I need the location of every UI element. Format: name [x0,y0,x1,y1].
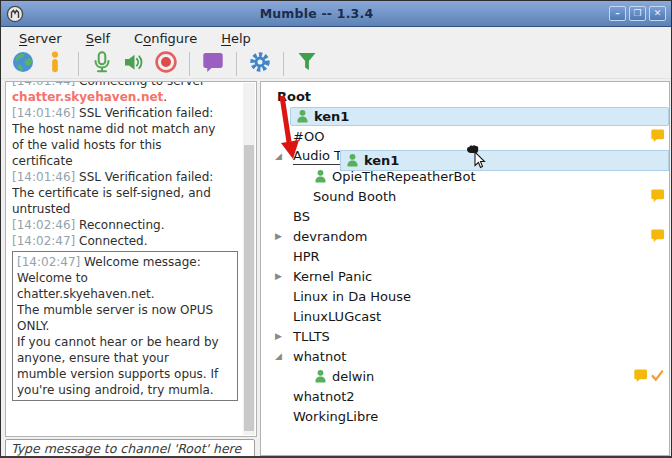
user-icon [345,153,360,168]
welcome-message-header: [14:02:47] Welcome message: [17,254,233,270]
close-button[interactable]: ✕ [649,6,666,21]
log-timestamp: [14:01:46] [12,106,75,120]
menu-server[interactable]: Server [8,29,73,48]
window-controls: –❐✕ [609,6,666,21]
channel-tree-panel: Rootken1#OO◢Audio TOpieTheRepeatherBotSo… [260,81,670,456]
tree-row-whatnot[interactable]: ◢whatnot [261,346,669,366]
row-content: #OO [293,129,324,144]
row-content: whatnot2 [293,389,355,404]
row-content: whatnot [293,349,346,364]
toolbar-microphone-button[interactable] [88,50,116,78]
server-address-link[interactable]: chatter.skyehaven.net [12,90,163,104]
log-messages: [14:01:44] Connecting to serverchatter.s… [6,81,256,401]
chat-bubble-icon [201,50,225,77]
row-content: LinuxLUGcast [293,309,381,324]
log-text: Welcome message: [80,255,201,269]
toolbar-separator [78,52,79,76]
channel-label: TLLTS [293,329,330,344]
tree-row-kernel-panic[interactable]: ▶Kernel Panic [261,266,669,286]
toolbar-server-info-button[interactable] [41,50,69,78]
row-content: Linux in Da House [293,289,411,304]
channel-label: whatnot [293,349,346,364]
log-line: [14:01:46] SSL Verification failed:The h… [12,105,240,169]
user-label: ken1 [314,109,349,124]
user-icon [313,169,328,184]
welcome-message-line: anyone, ensure that your [17,350,233,366]
chat-bubble-badge-icon [650,128,665,143]
log-line: [14:01:46] SSL Verification failed:The c… [12,169,240,217]
user-icon [313,369,328,384]
menu-self[interactable]: Self [75,29,121,48]
record-icon [154,50,178,77]
check-badge-icon [650,368,665,383]
toolbar-globe-connect-button[interactable] [9,50,37,78]
log-text: SSL Verification failed: [75,170,213,184]
log-timestamp: [14:02:47] [12,234,75,248]
tree-row-bs[interactable]: BS [261,206,669,226]
expander-collapsed-icon[interactable]: ▶ [275,226,293,246]
row-content: delwin [313,369,374,384]
toolbar-separator [283,52,284,76]
tree-root-row[interactable]: Root [261,86,669,106]
row-content: Root [277,89,311,104]
selected-row-highlight: ken1 [290,107,669,126]
tree-row-whatnot2[interactable]: whatnot2 [261,386,669,406]
log-text: certificate [12,154,73,168]
log-text: . [163,90,167,104]
welcome-message-line: The mumble server is now OPUS [17,302,233,318]
channel-label: Kernel Panic [293,269,372,284]
tree-row-ken1[interactable]: ken1 [261,106,669,126]
toolbar-record-button[interactable] [152,50,180,78]
expander-expanded-icon[interactable]: ◢ [275,346,293,366]
menu-help[interactable]: Help [210,29,262,48]
log-line: [14:01:44] Connecting to serverchatter.s… [12,81,240,105]
expander-collapsed-icon[interactable]: ▶ [275,266,293,286]
row-content: HPR [293,249,320,264]
toolbar-separator [236,52,237,76]
globe-connect-icon [11,50,35,77]
tree-row-linuxlugcast[interactable]: LinuxLUGcast [261,306,669,326]
log-text: Connected. [75,234,147,248]
log-scrollbar-thumb[interactable] [244,145,254,431]
menu-configure[interactable]: Configure [123,29,208,48]
channel-label: LinuxLUGcast [293,309,381,324]
mumble-logo-icon [6,5,24,23]
log-text: of the valid hosts for this [12,138,162,152]
tree-row-delwin[interactable]: delwin [261,366,669,386]
tree-row-workinglibre[interactable]: WorkingLibre [261,406,669,426]
expander-expanded-icon[interactable]: ◢ [275,146,293,166]
tree-row-devrandom[interactable]: ▶devrandom [261,226,669,246]
toolbar-settings-gear-button[interactable] [246,50,274,78]
tree-row-hpr[interactable]: HPR [261,246,669,266]
toolbar-filter-funnel-button[interactable] [293,50,321,78]
log-timestamp: [14:01:46] [12,170,75,184]
toolbar-speaker-button[interactable] [120,50,148,78]
settings-gear-icon [248,50,272,77]
channel-label: BS [293,209,310,224]
log-panel: [14:01:44] Connecting to serverchatter.s… [5,81,257,437]
channel-label: WorkingLibre [293,409,378,424]
expander-collapsed-icon[interactable]: ▶ [275,326,293,346]
user-icon [295,109,310,124]
log-timestamp: [14:02:47] [17,255,80,269]
welcome-message-line: you're using android, try mumla. [17,382,233,398]
message-composer [5,438,255,457]
toolbar-chat-bubble-button[interactable] [199,50,227,78]
channel-label: HPR [293,249,320,264]
welcome-message-box: [14:02:47] Welcome message:Welcome tocha… [12,251,238,401]
row-content: devrandom [293,229,367,244]
tree-row-oo[interactable]: #OO [261,126,669,146]
tree-row-sound-booth[interactable]: Sound Booth [261,186,669,206]
log-scrollbar[interactable] [243,83,255,435]
tree-row-linux-in-da-house[interactable]: Linux in Da House [261,286,669,306]
minimize-button[interactable]: – [609,6,626,21]
tree-row-tllts[interactable]: ▶TLLTS [261,326,669,346]
filter-funnel-icon [295,50,319,77]
maximize-button[interactable]: ❐ [629,6,646,21]
chat-bubble-badge-icon [650,228,665,243]
welcome-message-line: mumble version supports opus. If [17,366,233,382]
chat-message-input[interactable] [5,439,255,458]
welcome-message-line: chatter.skyehaven.net. [17,286,233,302]
server-info-icon [43,50,67,77]
log-text: The certificate is self-signed, and [12,186,211,200]
